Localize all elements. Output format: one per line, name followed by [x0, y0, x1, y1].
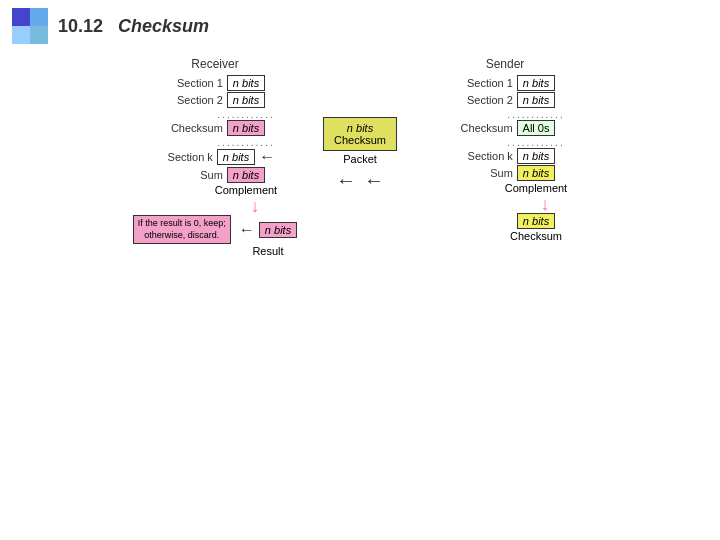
- sender-panel: Sender Section 1 n bits Section 2 n bits…: [415, 57, 595, 243]
- svg-rect-0: [12, 8, 30, 26]
- sender-checksum-label: Checksum: [455, 122, 513, 134]
- receiver-section2-box: n bits: [227, 92, 265, 108]
- sender-sum-label: Sum: [455, 167, 513, 179]
- sender-checksum-box: All 0s: [517, 120, 556, 136]
- sender-checksum2-label-row: Checksum: [448, 230, 562, 242]
- center-packet-label: Packet: [343, 153, 377, 165]
- sender-dots2: ............: [507, 137, 564, 148]
- section-number: 10.12: [58, 16, 103, 36]
- sender-sectionk-label: Section k: [455, 150, 513, 162]
- receiver-sectionk-box: n bits: [217, 149, 255, 165]
- receiver-sectionk-row: Section k n bits ←: [155, 148, 275, 166]
- sender-sum-row: Sum n bits: [455, 165, 555, 181]
- center-panel: n bits Checksum Packet ← ←: [305, 117, 415, 192]
- receiver-arrow-down: ↓: [251, 197, 260, 215]
- sender-section1-box: n bits: [517, 75, 555, 91]
- sender-section2-label: Section 2: [455, 94, 513, 106]
- receiver-sectionk-label: Section k: [155, 151, 213, 163]
- receiver-dots1: ............: [217, 109, 274, 120]
- checksum-packet-box: n bits Checksum: [323, 117, 397, 151]
- svg-rect-3: [30, 26, 48, 44]
- receiver-sum-row: Sum n bits: [165, 167, 265, 183]
- receiver-result-label: Result: [252, 245, 283, 257]
- arrow-left-to-receiver: ←: [336, 169, 356, 192]
- sender-section2-row: Section 2 n bits: [455, 92, 555, 108]
- sender-section1-label: Section 1: [455, 77, 513, 89]
- sender-complement-text: Complement: [505, 182, 567, 194]
- sender-result-box: n bits: [517, 213, 555, 229]
- sender-checksum2-label: Checksum: [510, 230, 562, 242]
- sender-complement-row: Complement: [443, 182, 567, 194]
- receiver-sum-box: n bits: [227, 167, 265, 183]
- title-text: Checksum: [118, 16, 209, 36]
- receiver-sum-label: Sum: [165, 169, 223, 181]
- receiver-result-row: If the result is 0, keep;otherwise, disc…: [133, 215, 297, 244]
- receiver-result-box: n bits: [259, 222, 297, 238]
- receiver-section2-label: Section 2: [165, 94, 223, 106]
- sender-sectionk-row: Section k n bits: [455, 148, 555, 164]
- receiver-section1-row: Section 1 n bits: [165, 75, 265, 91]
- receiver-result-label-row: Result: [146, 245, 283, 257]
- sender-section1-row: Section 1 n bits: [455, 75, 555, 91]
- center-checksum-label: Checksum: [334, 134, 386, 146]
- receiver-complement-text: Complement: [215, 184, 277, 196]
- if-result-box: If the result is 0, keep;otherwise, disc…: [133, 215, 231, 244]
- svg-rect-1: [30, 8, 48, 26]
- center-arrows: ← ←: [336, 169, 384, 192]
- arrow-left-from-sender: ←: [364, 169, 384, 192]
- arrow-to-result: ←: [239, 221, 255, 239]
- receiver-section1-label: Section 1: [165, 77, 223, 89]
- receiver-panel: Receiver Section 1 n bits Section 2 n bi…: [125, 57, 305, 258]
- receiver-section1-box: n bits: [227, 75, 265, 91]
- center-nbits: n bits: [334, 122, 386, 134]
- receiver-complement-row: Complement: [153, 184, 277, 196]
- sender-arrow-down: ↓: [541, 195, 550, 213]
- receiver-section2-row: Section 2 n bits: [165, 92, 265, 108]
- page-header: 10.12 Checksum: [0, 0, 720, 52]
- sender-checksum-row: Checksum All 0s: [455, 120, 556, 136]
- sender-dots1: ............: [507, 109, 564, 120]
- receiver-checksum-label: Checksum: [165, 122, 223, 134]
- receiver-checksum-row: Checksum n bits: [165, 120, 265, 136]
- diagram-container: Receiver Section 1 n bits Section 2 n bi…: [0, 52, 720, 258]
- logo-icon: [12, 8, 48, 44]
- page-title: 10.12 Checksum: [58, 16, 209, 37]
- arrow-from-packet-left: ←: [259, 148, 275, 166]
- sender-title: Sender: [415, 57, 595, 71]
- sender-section2-box: n bits: [517, 92, 555, 108]
- receiver-title: Receiver: [125, 57, 305, 71]
- receiver-dots2: ............: [217, 137, 274, 148]
- svg-rect-2: [12, 26, 30, 44]
- receiver-checksum-box: n bits: [227, 120, 265, 136]
- sender-sum-box: n bits: [517, 165, 555, 181]
- sender-result-row: n bits: [455, 213, 555, 229]
- sender-sectionk-box: n bits: [517, 148, 555, 164]
